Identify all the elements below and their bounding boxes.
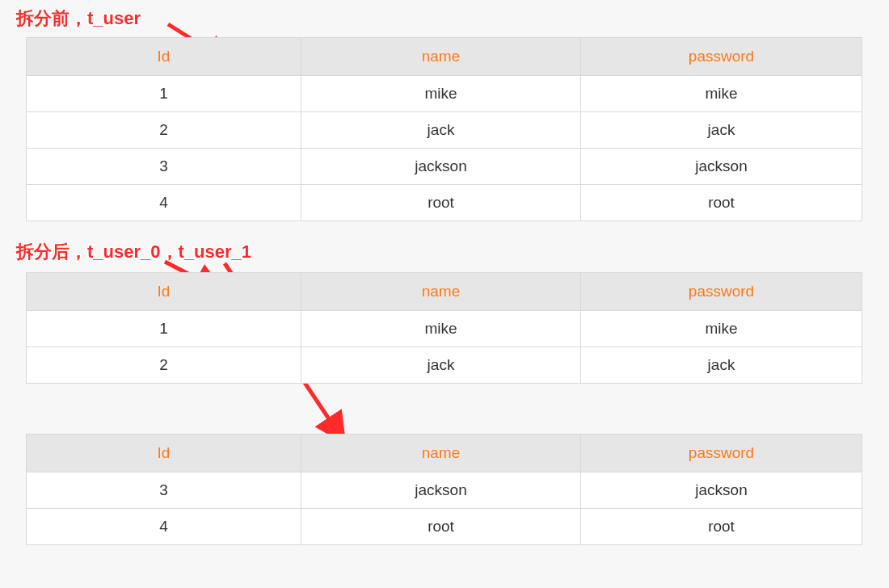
- cell-pw: jack: [581, 347, 862, 384]
- cell-id: 4: [27, 185, 301, 221]
- table-split1: Id name password 3 jackson jackson 4 roo…: [26, 434, 862, 545]
- cell-id: 1: [27, 76, 301, 112]
- table-row: 3 jackson jackson: [27, 472, 862, 509]
- cell-pw: jack: [581, 112, 862, 149]
- col-name: name: [301, 273, 581, 311]
- table-header-row: Id name password: [27, 273, 862, 311]
- cell-id: 2: [27, 347, 301, 384]
- col-id: Id: [27, 38, 301, 76]
- cell-pw: jackson: [581, 472, 862, 509]
- table-row: 3 jackson jackson: [27, 149, 862, 185]
- table-row: 2 jack jack: [27, 347, 862, 384]
- cell-name: jack: [301, 112, 581, 149]
- label-after-split: 拆分后，t_user_0，t_user_1: [16, 240, 251, 264]
- col-password: password: [581, 435, 862, 472]
- cell-name: root: [301, 185, 581, 221]
- diagram-root: { "labels": { "before": "拆分前，t_user", "a…: [0, 0, 889, 588]
- col-id: Id: [27, 273, 301, 311]
- table-header-row: Id name password: [27, 38, 862, 76]
- col-name: name: [301, 38, 581, 76]
- cell-pw: jackson: [581, 149, 862, 185]
- cell-pw: mike: [581, 76, 862, 112]
- col-password: password: [581, 273, 862, 311]
- cell-name: mike: [301, 311, 581, 347]
- table-header-row: Id name password: [27, 435, 862, 472]
- table-row: 2 jack jack: [27, 112, 862, 149]
- table-before: Id name password 1 mike mike 2 jack jack…: [26, 37, 862, 221]
- cell-pw: root: [581, 509, 862, 545]
- col-password: password: [581, 38, 862, 76]
- col-name: name: [301, 435, 581, 472]
- cell-name: mike: [301, 76, 581, 112]
- label-before-split: 拆分前，t_user: [16, 6, 141, 31]
- cell-id: 4: [27, 509, 301, 545]
- cell-pw: mike: [581, 311, 862, 347]
- table-row: 4 root root: [27, 185, 862, 221]
- cell-pw: root: [581, 185, 862, 221]
- cell-id: 3: [27, 149, 301, 185]
- table-row: 1 mike mike: [27, 311, 862, 347]
- cell-id: 1: [27, 311, 301, 347]
- cell-id: 3: [27, 472, 301, 509]
- cell-name: jack: [301, 347, 581, 384]
- cell-id: 2: [27, 112, 301, 149]
- col-id: Id: [27, 435, 301, 472]
- cell-name: jackson: [301, 472, 581, 509]
- table-split0: Id name password 1 mike mike 2 jack jack: [26, 272, 862, 384]
- cell-name: jackson: [301, 149, 581, 185]
- cell-name: root: [301, 509, 581, 545]
- table-row: 4 root root: [27, 509, 862, 545]
- table-row: 1 mike mike: [27, 76, 862, 112]
